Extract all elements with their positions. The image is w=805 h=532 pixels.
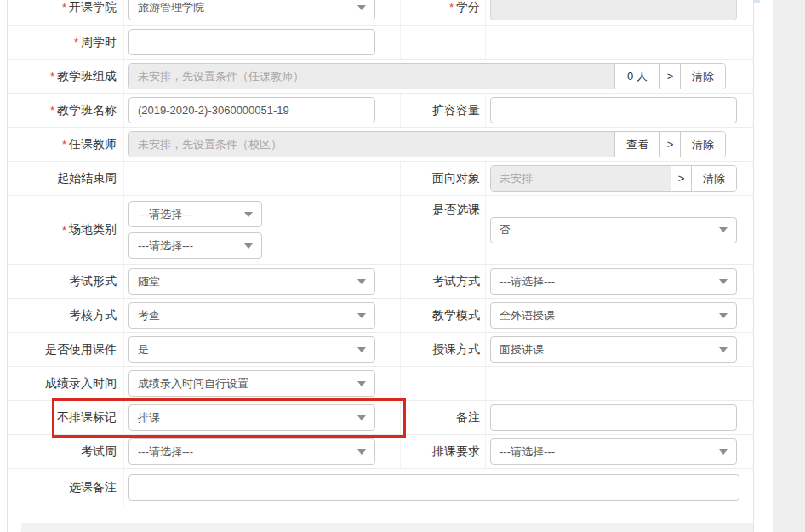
grade-entry-time-value: 成绩录入时间自行设置 (138, 376, 248, 392)
exam-week-select[interactable]: ---请选择--- (128, 438, 375, 465)
required-mark: * (62, 1, 66, 14)
exam-method-select[interactable]: ---请选择--- (490, 268, 737, 295)
form-row-use-courseware: 是否使用课件 是 授课方式 面授讲课 (8, 333, 753, 367)
no-schedule-flag-select[interactable]: 排课 (128, 404, 375, 431)
teaching-mode-select[interactable]: 全外语授课 (490, 302, 737, 329)
chevron-down-icon (719, 279, 728, 284)
class-composition-count-button[interactable]: 0 人 (614, 64, 659, 89)
teaching-mode-label: 教学模式 (432, 308, 480, 323)
schedule-requirement-label: 排课要求 (432, 444, 480, 460)
teacher-clear-button[interactable]: 清除 (680, 132, 725, 157)
use-courseware-select[interactable]: 是 (128, 336, 375, 363)
assessment-method-select[interactable]: 考查 (128, 302, 375, 329)
delivery-method-value: 面授讲课 (500, 342, 544, 358)
teacher-field: 未安排，先设置条件（校区） (129, 132, 614, 157)
exam-method-value: ---请选择--- (500, 274, 555, 289)
grade-entry-time-select[interactable]: 成绩录入时间自行设置 (128, 370, 375, 397)
exam-week-value: ---请选择--- (138, 444, 193, 460)
assessment-method-label: 考核方式 (69, 308, 117, 323)
teacher-expand-button[interactable]: > (659, 132, 680, 157)
start-end-week-label: 起始结束周 (57, 171, 117, 186)
exam-form-label: 考试形式 (69, 274, 117, 289)
is-elective-value: 否 (500, 222, 511, 237)
teacher-label: 任课教师 (69, 137, 117, 152)
form-row-class-name: * 教学班名称 扩容容量 (8, 94, 753, 128)
class-name-input[interactable] (128, 97, 375, 123)
expand-capacity-label: 扩容容量 (432, 103, 480, 118)
form-row-course-selection-remarks: 选课备注 (8, 469, 753, 506)
form-row-grade-entry-time: 成绩录入时间 成绩录入时间自行设置 (8, 367, 753, 401)
venue-type-select-2[interactable]: ---请选择--- (128, 232, 262, 259)
required-mark: * (74, 36, 78, 49)
college-label: 开课学院 (69, 0, 117, 15)
chevron-down-icon (244, 243, 253, 249)
class-composition-field: 未安排，先设置条件（任课教师） (129, 64, 614, 89)
assessment-method-value: 考查 (138, 308, 160, 323)
class-composition-group: 未安排，先设置条件（任课教师） 0 人 > 清除 (128, 63, 726, 89)
clipped-row-college-credits: * 开课学院 旅游管理学院 * 学分 (8, 0, 753, 26)
exam-method-label: 考试方式 (432, 274, 480, 289)
delivery-method-select[interactable]: 面授讲课 (490, 336, 737, 363)
expand-capacity-input[interactable] (490, 97, 737, 123)
schedule-requirement-select[interactable]: ---请选择--- (490, 438, 737, 465)
chevron-down-icon (719, 313, 728, 318)
form-row-teacher: * 任课教师 未安排，先设置条件（校区） 查看 > 清除 (8, 128, 753, 162)
form-row-exam-form: 考试形式 随堂 考试方式 ---请选择--- (8, 265, 753, 299)
venue-type-select-1[interactable]: ---请选择--- (128, 201, 262, 227)
form-row-assessment-method: 考核方式 考查 教学模式 全外语授课 (8, 299, 753, 333)
grade-entry-time-label: 成绩录入时间 (45, 376, 117, 392)
page-footer-strip (21, 523, 753, 532)
exam-form-select[interactable]: 随堂 (128, 268, 375, 295)
college-value: 旅游管理学院 (138, 0, 204, 15)
venue-type-value-1: ---请选择--- (138, 207, 193, 222)
chevron-down-icon (357, 347, 366, 352)
weekly-hours-label: 周学时 (81, 35, 117, 50)
target-audience-field: 未安排 (491, 166, 671, 191)
target-audience-group: 未安排 > 清除 (490, 165, 737, 192)
teacher-group: 未安排，先设置条件（校区） 查看 > 清除 (128, 131, 726, 157)
chevron-down-icon (357, 279, 366, 284)
is-elective-label: 是否选课 (432, 203, 480, 218)
venue-type-value-2: ---请选择--- (138, 238, 193, 254)
no-schedule-flag-value: 排课 (138, 410, 160, 426)
course-selection-remarks-input[interactable] (128, 474, 739, 501)
chevron-down-icon (357, 5, 366, 10)
required-mark: * (50, 104, 54, 117)
chevron-down-icon (719, 227, 728, 232)
exam-week-label: 考试周 (81, 444, 117, 460)
form-row-weekly-hours: * 周学时 (8, 26, 753, 60)
remarks-input[interactable] (490, 404, 737, 431)
chevron-down-icon (357, 415, 366, 420)
form-row-start-end-week: 起始结束周 面向对象 未安排 > 清除 (8, 162, 753, 196)
no-schedule-flag-label: 不排课标记 (57, 410, 117, 426)
is-elective-select[interactable]: 否 (490, 217, 737, 243)
required-mark: * (62, 138, 66, 151)
required-mark: * (62, 224, 66, 237)
chevron-down-icon (357, 381, 366, 386)
credits-input (490, 0, 737, 20)
page-background-strip (773, 0, 805, 532)
chevron-down-icon (244, 212, 253, 217)
required-mark: * (449, 1, 454, 14)
exam-form-value: 随堂 (138, 274, 160, 289)
class-composition-clear-button[interactable]: 清除 (680, 64, 725, 89)
form-row-venue-type: * 场地类别 ---请选择--- ---请选择--- 是否选课 否 (8, 196, 753, 265)
teaching-mode-value: 全外语授课 (500, 308, 555, 323)
delivery-method-label: 授课方式 (432, 342, 480, 358)
required-mark: * (50, 70, 54, 83)
class-composition-expand-button[interactable]: > (659, 64, 680, 89)
weekly-hours-input[interactable] (128, 29, 375, 55)
use-courseware-label: 是否使用课件 (45, 342, 117, 358)
teacher-view-button[interactable]: 查看 (614, 132, 659, 157)
class-composition-label: 教学班组成 (57, 69, 117, 84)
course-edit-form-panel: * 开课学院 旅游管理学院 * 学分 * 周学时 (7, 0, 754, 532)
chevron-down-icon (357, 449, 366, 455)
remarks-label: 备注 (456, 410, 480, 426)
course-selection-remarks-label: 选课备注 (69, 480, 117, 495)
target-audience-expand-button[interactable]: > (671, 166, 691, 191)
form-row-class-composition: * 教学班组成 未安排，先设置条件（任课教师） 0 人 > 清除 (8, 60, 753, 94)
chevron-down-icon (719, 347, 728, 352)
college-select[interactable]: 旅游管理学院 (128, 0, 375, 20)
form-row-no-schedule-flag: 不排课标记 排课 备注 (8, 401, 753, 435)
target-audience-clear-button[interactable]: 清除 (691, 166, 736, 191)
